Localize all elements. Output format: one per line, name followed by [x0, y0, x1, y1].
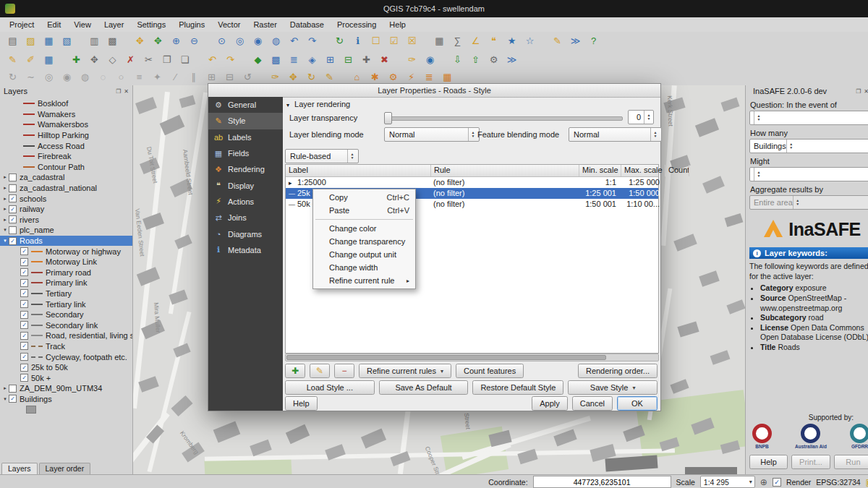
zoom-out-icon[interactable]: ⊖ — [185, 34, 203, 48]
layer-checkbox[interactable]: ✓ — [20, 258, 28, 266]
layer-item[interactable]: ▾ ✓ Roads — [0, 236, 132, 247]
split-parts-icon[interactable]: ∥ — [184, 70, 203, 85]
column-header[interactable]: Count — [665, 165, 689, 176]
combo-arrows-icon[interactable] — [347, 150, 357, 163]
menu-item-change-width[interactable]: Change width — [313, 261, 415, 274]
expander-icon[interactable]: ▸ — [1, 174, 9, 180]
transparency-spinbox[interactable]: 0 — [628, 110, 654, 124]
zoom-to-layer-icon[interactable]: ◍ — [267, 34, 285, 48]
layer-item[interactable]: Hilltop Parking — [0, 130, 132, 141]
properties-tab[interactable]: ⇄ Joins — [208, 210, 283, 226]
expander-icon[interactable]: ▾ — [1, 238, 9, 244]
panel-tab[interactable]: Layers — [1, 463, 38, 474]
combo-arrows-icon[interactable] — [468, 128, 477, 141]
layer-checkbox[interactable]: ✓ — [20, 311, 28, 319]
rule-row[interactable]: ▸1:25000 (no filter) 1:1 1:25 000 — [286, 177, 658, 188]
save-layer-edits-icon[interactable]: ▦ — [40, 53, 58, 67]
move-feature-icon[interactable]: ✥ — [85, 53, 103, 67]
transparency-slider[interactable] — [384, 111, 623, 124]
zoom-full-icon[interactable]: ◎ — [231, 34, 249, 48]
cut-features-icon[interactable]: ✂ — [140, 53, 158, 67]
inasafe-keywords-icon[interactable]: ✱ — [366, 70, 384, 85]
count-features-button[interactable]: Count features — [456, 364, 524, 378]
load-style-button[interactable]: Load Style ... — [285, 380, 375, 395]
layer-item[interactable]: Wamakersbos — [0, 119, 132, 130]
apply-button[interactable]: Apply — [532, 396, 568, 411]
layer-checkbox[interactable] — [9, 226, 17, 234]
layer-item[interactable]: ▸ za_cadastral — [0, 172, 132, 183]
layer-item[interactable]: Firebreak — [0, 151, 132, 162]
copy-features-icon[interactable]: ❐ — [158, 53, 176, 67]
feature-blend-mode-select[interactable]: Normal — [569, 127, 662, 142]
merge-features-icon[interactable]: ⊞ — [203, 70, 221, 85]
layer-checkbox[interactable]: ✓ — [9, 205, 17, 213]
hazard-select[interactable] — [749, 111, 868, 125]
inasafe-print-button[interactable]: Print... — [791, 455, 830, 469]
add-rule-button[interactable]: ✚ — [285, 364, 305, 378]
remove-layer-icon[interactable]: ✖ — [375, 53, 393, 67]
column-header[interactable]: Rule — [431, 165, 579, 176]
layer-checkbox[interactable] — [9, 385, 17, 393]
menu-item[interactable]: Project — [3, 19, 41, 30]
add-postgis-layer-icon[interactable]: ≣ — [285, 53, 303, 67]
osm-download-icon[interactable]: ⇩ — [448, 53, 467, 67]
new-composer-icon[interactable]: ▥ — [85, 34, 103, 48]
layer-checkbox[interactable]: ✓ — [9, 395, 17, 403]
layer-item[interactable]: ✓ Primary road — [0, 267, 132, 278]
combo-arrows-icon[interactable] — [786, 140, 796, 153]
menu-item-refine-current-rule[interactable]: Refine current rule ▸ — [313, 274, 415, 287]
identify-features-icon[interactable]: ℹ — [349, 34, 367, 48]
label-move-icon[interactable]: ✥ — [284, 70, 302, 85]
properties-tab[interactable]: ✎ Style — [208, 113, 283, 129]
new-bookmark-icon[interactable]: ★ — [503, 34, 521, 48]
combo-arrows-icon[interactable] — [650, 128, 660, 141]
layer-item[interactable]: Contour Path — [0, 162, 132, 173]
layer-item[interactable]: ✓ Tertiary — [0, 288, 132, 299]
node-tool-icon[interactable]: ◇ — [103, 53, 122, 67]
fill-ring-icon[interactable]: ◍ — [76, 70, 94, 85]
inasafe-options-icon[interactable]: ⚙ — [384, 70, 402, 85]
properties-tab[interactable]: ⚡ Actions — [208, 194, 283, 210]
menu-item[interactable]: Help — [383, 19, 412, 30]
add-part-icon[interactable]: ◉ — [58, 70, 76, 85]
layer-item[interactable]: ✓ Motorway or highway — [0, 246, 132, 257]
toggle-editing-icon[interactable]: ✐ — [22, 53, 40, 67]
select-features-icon[interactable]: ☐ — [367, 34, 385, 48]
restore-default-style-button[interactable]: Restore Default Style — [472, 380, 563, 395]
aggregation-select[interactable]: Entire area — [749, 195, 868, 210]
inasafe-help-button[interactable]: Help — [749, 455, 788, 469]
spinbox-arrows-icon[interactable] — [644, 111, 653, 124]
menu-item[interactable]: View — [67, 19, 98, 30]
layer-checkbox[interactable] — [9, 174, 17, 181]
properties-tab[interactable]: ⚙ General — [208, 97, 283, 113]
menu-item-change-output-unit[interactable]: Change output unit — [313, 248, 415, 261]
new-project-icon[interactable]: ▤ — [4, 34, 22, 48]
pan-map-icon[interactable]: ✥ — [131, 34, 149, 48]
layer-item[interactable]: Access Road — [0, 140, 132, 151]
add-delimited-text-layer-icon[interactable]: ⊟ — [339, 53, 357, 67]
layer-item[interactable]: ✓ Motorway Link — [0, 257, 132, 267]
add-raster-layer-icon[interactable]: ▩ — [267, 53, 285, 67]
column-header[interactable]: Max. scale — [621, 165, 665, 176]
impact-function-select[interactable] — [749, 167, 868, 181]
save-style-button[interactable]: Save Style — [568, 380, 658, 395]
menu-item[interactable]: Plugins — [172, 19, 211, 30]
exposure-select[interactable]: Buildings — [749, 139, 868, 153]
combo-arrows-icon[interactable] — [793, 196, 802, 209]
layer-checkbox[interactable]: ✓ — [9, 194, 17, 202]
deselect-all-icon[interactable]: ☒ — [403, 34, 421, 48]
delete-part-icon[interactable]: ○ — [112, 70, 130, 85]
plugin-manager-icon[interactable]: ⚙ — [485, 53, 503, 67]
layer-item[interactable]: ▸ ✓ railway — [0, 204, 132, 215]
zoom-next-icon[interactable]: ↷ — [303, 34, 321, 48]
expander-icon[interactable]: ▸ — [1, 385, 9, 391]
menu-item[interactable]: Processing — [331, 19, 383, 30]
layer-checkbox[interactable]: ✓ — [9, 215, 17, 223]
label-pin-icon[interactable]: ✑ — [266, 70, 284, 85]
expander-icon[interactable]: ▾ — [1, 227, 9, 233]
field-calculator-icon[interactable]: ∑ — [448, 34, 467, 48]
layer-item[interactable]: ▸ ✓ rivers — [0, 215, 132, 226]
layer-crs-icon[interactable]: ◉ — [421, 53, 439, 67]
layer-item[interactable]: ✓ Tertiary link — [0, 299, 132, 309]
inasafe-batch-icon[interactable]: ≣ — [420, 70, 438, 85]
